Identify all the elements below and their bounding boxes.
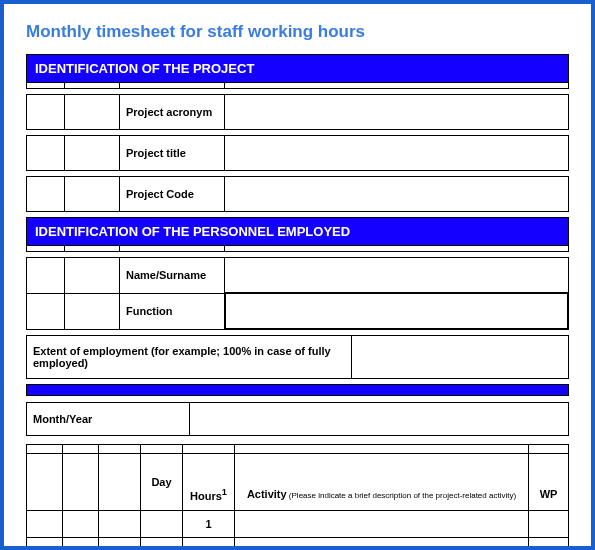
cell-blank: [65, 136, 120, 171]
cell-blank: [65, 293, 120, 329]
header-hours-sup: 1: [222, 487, 227, 497]
month-year-table: Month/Year: [26, 402, 569, 436]
cell-blank: [27, 95, 65, 130]
cell-blank: [27, 454, 63, 511]
header-day: Day: [141, 454, 183, 511]
cell-blank: [235, 454, 529, 479]
row-wp-1: [529, 511, 569, 538]
cell-blank: [65, 258, 120, 294]
section2-header: IDENTIFICATION OF THE PERSONNEL EMPLOYED: [27, 218, 569, 246]
cell-blank: [529, 454, 569, 479]
row-wp-2: [529, 538, 569, 551]
value-function: [225, 293, 569, 329]
label-project-title: Project title: [120, 136, 225, 171]
value-name-surname: [225, 258, 569, 294]
label-project-acronym: Project acronym: [120, 95, 225, 130]
document-frame: Monthly timesheet for staff working hour…: [0, 0, 595, 550]
cell-blank: [63, 454, 99, 511]
cell-blank: [183, 454, 235, 479]
cell-blank: [27, 177, 65, 212]
value-project-code: [225, 177, 569, 212]
row-day-2: 2: [183, 538, 235, 551]
page-title: Monthly timesheet for staff working hour…: [26, 22, 569, 42]
blue-strip: [27, 385, 569, 396]
value-project-acronym: [225, 95, 569, 130]
personnel-identification-table: IDENTIFICATION OF THE PERSONNEL EMPLOYED…: [26, 217, 569, 335]
label-project-code: Project Code: [120, 177, 225, 212]
blue-divider: [26, 384, 569, 396]
header-wp: WP: [529, 478, 569, 511]
row-day-1: 1: [183, 511, 235, 538]
row-activity-2: [235, 538, 529, 551]
project-identification-table: IDENTIFICATION OF THE PROJECT Project ac…: [26, 54, 569, 217]
section1-header: IDENTIFICATION OF THE PROJECT: [27, 55, 569, 83]
header-hours-text: Hours: [190, 489, 222, 501]
label-extent-employment: Extent of employment (for example; 100% …: [27, 336, 352, 379]
row-activity-1: [235, 511, 529, 538]
cell-blank: [99, 454, 141, 511]
hours-grid-table: Day Hours1 Activity (Please indicate a b…: [26, 444, 569, 550]
extent-employment-table: Extent of employment (for example; 100% …: [26, 335, 569, 379]
document-content: Monthly timesheet for staff working hour…: [4, 4, 591, 550]
header-activity-text: Activity: [247, 488, 287, 500]
cell-blank: [27, 136, 65, 171]
label-name-surname: Name/Surname: [120, 258, 225, 294]
cell-blank: [27, 258, 65, 294]
cell-blank: [65, 177, 120, 212]
label-function: Function: [120, 293, 225, 329]
header-activity-note: (Please indicate a brief description of …: [287, 491, 516, 500]
header-hours: Hours1: [183, 478, 235, 511]
value-extent-employment: [352, 336, 569, 379]
value-month-year: [189, 403, 568, 436]
label-month-year: Month/Year: [27, 403, 190, 436]
value-project-title: [225, 136, 569, 171]
header-activity: Activity (Please indicate a brief descri…: [235, 478, 529, 511]
cell-blank: [65, 95, 120, 130]
cell-blank: [27, 293, 65, 329]
